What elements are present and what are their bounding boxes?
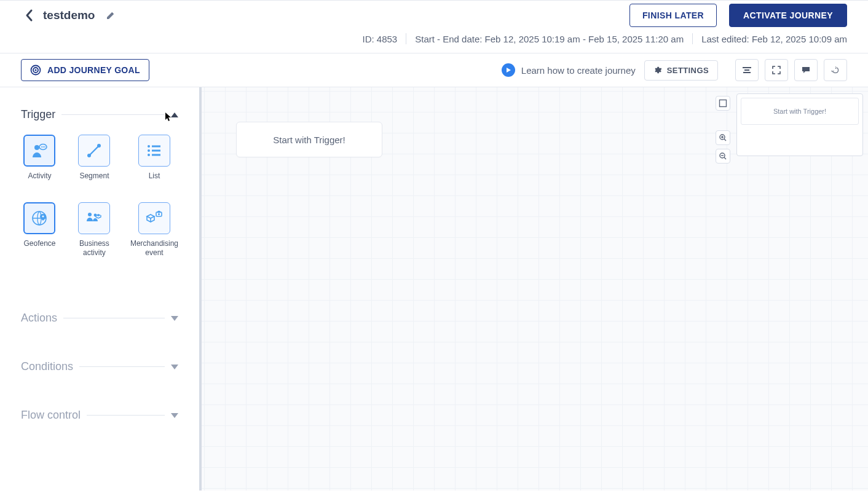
align-button[interactable]	[735, 59, 759, 81]
business-activity-icon	[85, 210, 103, 226]
trigger-business-activity-tile[interactable]	[78, 202, 110, 234]
comments-button[interactable]	[794, 59, 818, 81]
svg-rect-3	[743, 67, 751, 68]
svg-point-9	[43, 146, 44, 148]
play-icon	[502, 63, 515, 77]
canvas[interactable]: Start with Trigger! Start with Trigger!	[202, 87, 868, 491]
merchandising-icon	[145, 210, 164, 227]
caret-down-icon	[171, 413, 178, 418]
gear-icon	[653, 66, 662, 74]
minimap-label: Start with Trigger!	[773, 108, 826, 115]
section-flow-control-title: Flow control	[21, 409, 81, 422]
zoom-out-button[interactable]	[716, 149, 730, 164]
header-actions: FINISH LATER ACTIVATE JOURNEY	[629, 4, 847, 27]
trigger-geofence[interactable]: Geofence	[21, 202, 58, 258]
svg-rect-16	[152, 150, 160, 152]
target-icon	[30, 65, 41, 76]
sidebar: Trigger Activity Segment L	[0, 87, 202, 491]
trigger-segment-tile[interactable]	[78, 135, 110, 167]
canvas-placeholder-text: Start with Trigger!	[273, 135, 345, 145]
trigger-list[interactable]: List	[130, 135, 178, 190]
section-conditions-title: Conditions	[21, 360, 73, 373]
svg-rect-18	[152, 154, 160, 156]
segment-icon	[85, 142, 103, 159]
align-center-icon	[742, 66, 752, 74]
minimap[interactable]: Start with Trigger!	[736, 93, 863, 156]
svg-point-21	[88, 213, 92, 216]
trigger-grid: Activity Segment List Geofence	[21, 135, 178, 258]
learn-label: Learn how to create journey	[521, 65, 636, 76]
header-top: testdemo FINISH LATER ACTIVATE JOURNEY	[0, 0, 868, 30]
trigger-geofence-tile[interactable]	[23, 202, 55, 234]
settings-label: SETTINGS	[667, 66, 709, 75]
svg-point-10	[45, 146, 46, 148]
svg-point-17	[148, 154, 150, 156]
section-trigger-header[interactable]: Trigger	[21, 108, 178, 121]
trigger-activity-label: Activity	[28, 172, 51, 190]
add-goal-label: ADD JOURNEY GOAL	[47, 65, 140, 75]
back-button[interactable]	[21, 7, 38, 24]
svg-rect-14	[152, 146, 160, 148]
activity-icon	[30, 141, 49, 160]
zoom-in-button[interactable]	[716, 130, 730, 145]
chat-icon	[801, 66, 811, 74]
trigger-activity[interactable]: Activity	[21, 135, 58, 190]
toolbar: ADD JOURNEY GOAL Learn how to create jou…	[0, 53, 868, 87]
svg-rect-4	[744, 69, 749, 71]
caret-down-icon	[171, 365, 178, 369]
caret-down-icon	[171, 316, 178, 321]
svg-point-8	[42, 146, 43, 148]
chevron-left-icon	[25, 9, 34, 22]
last-edited: Last edited: Feb 12, 2025 10:09 am	[701, 34, 847, 44]
fit-button[interactable]	[716, 96, 730, 111]
svg-point-20	[42, 215, 44, 217]
journey-dates: Start - End date: Feb 12, 2025 10:19 am …	[415, 34, 684, 44]
settings-button[interactable]: SETTINGS	[644, 60, 718, 81]
expand-button[interactable]	[765, 59, 788, 81]
edit-title-button[interactable]	[103, 8, 118, 23]
minimap-card: Start with Trigger!	[741, 98, 859, 125]
geofence-icon	[30, 209, 49, 227]
caret-up-icon	[171, 112, 178, 117]
svg-point-15	[148, 149, 150, 152]
activate-journey-button[interactable]: ACTIVATE JOURNEY	[729, 4, 847, 27]
trigger-activity-tile[interactable]	[23, 135, 55, 167]
list-icon	[146, 143, 163, 158]
section-actions-header[interactable]: Actions	[21, 312, 178, 325]
section-trigger-title: Trigger	[21, 108, 55, 121]
trigger-business-activity-label: Business activity	[76, 239, 113, 258]
pencil-icon	[106, 10, 116, 20]
separator	[692, 33, 693, 44]
zoom-in-icon	[719, 133, 727, 142]
journey-title: testdemo	[43, 9, 95, 22]
finish-later-button[interactable]: FINISH LATER	[629, 4, 717, 27]
trigger-segment[interactable]: Segment	[76, 135, 113, 190]
trigger-list-tile[interactable]	[138, 135, 170, 167]
trigger-merchandising-event-label: Merchandising event	[130, 239, 178, 258]
learn-link[interactable]: Learn how to create journey	[502, 63, 636, 77]
journey-id: ID: 4853	[362, 34, 397, 44]
trigger-list-label: List	[149, 172, 160, 190]
add-journey-goal-button[interactable]: ADD JOURNEY GOAL	[21, 59, 149, 81]
section-conditions-header[interactable]: Conditions	[21, 360, 178, 373]
trigger-business-activity[interactable]: Business activity	[76, 202, 113, 258]
section-flow-control-header[interactable]: Flow control	[21, 409, 178, 422]
trigger-merchandising-event-tile[interactable]	[138, 202, 170, 234]
canvas-placeholder-card[interactable]: Start with Trigger!	[236, 122, 382, 157]
fit-icon	[719, 99, 727, 108]
separator	[406, 33, 406, 44]
canvas-controls	[716, 96, 730, 164]
svg-point-2	[34, 69, 36, 71]
header-meta: ID: 4853 Start - End date: Feb 12, 2025 …	[0, 30, 868, 53]
trigger-merchandising-event[interactable]: Merchandising event	[130, 202, 178, 258]
trigger-segment-label: Segment	[79, 172, 109, 190]
svg-rect-24	[720, 100, 727, 107]
zoom-out-icon	[719, 152, 727, 160]
trigger-geofence-label: Geofence	[23, 239, 55, 258]
main: Trigger Activity Segment L	[0, 87, 868, 491]
svg-point-13	[148, 145, 150, 148]
history-button[interactable]	[824, 59, 847, 81]
svg-point-6	[34, 145, 39, 150]
svg-rect-5	[743, 72, 751, 73]
section-actions-title: Actions	[21, 312, 57, 325]
